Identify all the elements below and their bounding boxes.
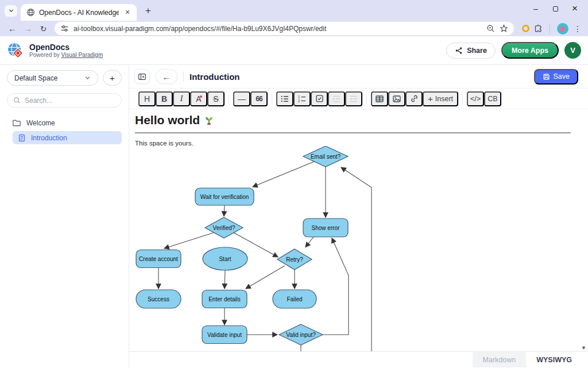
browser-forward-button[interactable]: → <box>20 24 36 33</box>
browser-reload-button[interactable]: ↻ <box>36 24 51 33</box>
task-list-icon <box>315 94 324 103</box>
outdent-icon <box>349 94 358 103</box>
insert-label: Insert <box>435 95 453 103</box>
folder-icon <box>12 118 21 128</box>
flowchart-node-email-sent[interactable]: Email sent? <box>303 146 348 167</box>
app-header: OpenDocs Powered by Visual Paradigm Shar… <box>0 36 588 65</box>
flowchart-node-success[interactable]: Success <box>136 290 181 308</box>
tab-search-button[interactable] <box>5 5 17 17</box>
site-info-icon[interactable] <box>60 24 69 33</box>
sidebar-item-label: Welcome <box>26 119 55 127</box>
sidebar: Default Space + WelcomeIntroduction <box>0 65 129 367</box>
space-selector-dropdown[interactable]: Default Space <box>7 70 98 86</box>
inline-code-glyph: </> <box>470 95 481 103</box>
tab-favicon-globe-icon <box>26 8 35 17</box>
sidebar-search[interactable] <box>7 93 122 108</box>
toolbar-ordered-list-button[interactable]: 12 <box>293 91 311 106</box>
user-avatar[interactable]: V <box>564 42 581 59</box>
flowchart-diagram[interactable]: Email sent?Wait for verificationVerified… <box>132 146 385 351</box>
flowchart-node-verified[interactable]: Verified? <box>205 217 243 238</box>
collapse-sidebar-button[interactable] <box>134 69 150 84</box>
document-heading[interactable]: Hello world <box>135 113 571 133</box>
heading-glyph: H <box>144 94 150 103</box>
toolbar-quote-button[interactable]: 66 <box>250 91 268 106</box>
window-close-button[interactable]: × <box>565 0 585 17</box>
toolbar-task-list-button[interactable] <box>311 91 328 106</box>
opendocs-logo-icon <box>7 42 24 59</box>
browser-back-button[interactable]: ← <box>5 24 20 33</box>
visual-paradigm-link[interactable]: Visual Paradigm <box>61 52 103 58</box>
toolbar-text-color-button[interactable]: A <box>190 91 207 106</box>
new-tab-button[interactable]: + <box>140 3 156 19</box>
browser-menu-icon[interactable]: ⋮ <box>572 24 583 33</box>
toolbar-indent-button[interactable] <box>328 91 345 106</box>
back-button[interactable]: ← <box>156 69 177 84</box>
flowchart-node-create-account[interactable]: Create account <box>136 250 181 268</box>
toolbar-horizontal-rule-button[interactable]: — <box>233 91 250 106</box>
toolbar-code-block-button[interactable]: CB <box>484 91 501 106</box>
extensions-puzzle-icon[interactable] <box>534 24 543 33</box>
toolbar-insert-button[interactable]: +Insert <box>423 91 458 106</box>
page-tree: WelcomeIntroduction <box>7 116 122 144</box>
flowchart-node-start[interactable]: Start <box>203 247 247 270</box>
toolbar-inline-code-button[interactable]: </> <box>467 91 484 106</box>
flowchart-node-show-error[interactable]: Show error <box>303 218 348 237</box>
more-apps-button[interactable]: More Apps <box>501 42 559 59</box>
editor-statusbar: Markdown WYSIWYG <box>129 351 588 367</box>
browser-profile-avatar[interactable] <box>557 23 568 34</box>
editor-scrollbar[interactable]: ▼ <box>579 109 588 351</box>
browser-tab[interactable]: OpenDocs - AI Knowledge Base × <box>21 4 137 21</box>
window-minimize-button[interactable]: – <box>526 0 546 17</box>
toolbar-heading-button[interactable]: H <box>138 91 156 106</box>
toolbar-strikethrough-button[interactable]: S <box>207 91 225 106</box>
url-text[interactable]: ai-toolbox.visual-paradigm.com/app/opend… <box>74 25 482 33</box>
markdown-mode-tab[interactable]: Markdown <box>473 352 527 367</box>
flowchart-node-label: Show error <box>312 225 341 231</box>
toolbar-italic-button[interactable]: I <box>173 91 190 106</box>
flowchart-edge-verified-to-create-account <box>164 232 215 248</box>
powered-by: Powered by Visual Paradigm <box>29 52 103 58</box>
toolbar-link-button[interactable] <box>405 91 423 106</box>
zoom-out-icon[interactable] <box>486 24 495 33</box>
sidebar-item-introduction[interactable]: Introduction <box>13 131 122 144</box>
save-button[interactable]: Save <box>534 69 579 85</box>
avatar-graphic <box>560 26 565 32</box>
toolbar-table-button[interactable] <box>371 91 388 106</box>
search-input[interactable] <box>25 97 115 105</box>
editor-canvas[interactable]: Hello world This space is yours. Email s… <box>129 109 588 351</box>
editor-toolbar: HBIAS—6612+Insert</>CB <box>129 88 588 109</box>
flowchart-edge-email-sent-to-wait-for-verification <box>253 162 314 187</box>
flowchart-node-retry[interactable]: Retry? <box>277 249 312 270</box>
extension-donut-icon[interactable] <box>522 25 529 32</box>
toolbar-image-button[interactable] <box>388 91 405 106</box>
tab-close-icon[interactable]: × <box>123 8 132 17</box>
toolbar-outdent-button[interactable] <box>345 91 362 106</box>
bookmark-star-icon[interactable] <box>500 24 508 33</box>
chevron-down-icon <box>84 75 91 81</box>
insert-glyph: + <box>428 94 433 103</box>
add-space-button[interactable]: + <box>103 70 122 86</box>
maximize-icon <box>553 6 558 12</box>
flowchart-node-label: Valid input? <box>286 332 316 338</box>
divider <box>550 24 550 33</box>
window-maximize-button[interactable] <box>546 0 565 17</box>
share-button[interactable]: Share <box>446 43 496 59</box>
address-bar[interactable]: ai-toolbox.visual-paradigm.com/app/opend… <box>55 22 514 35</box>
sidebar-item-welcome[interactable]: Welcome <box>7 116 122 129</box>
chevron-down-icon <box>8 6 14 16</box>
ordered-list-icon: 12 <box>297 94 307 103</box>
wysiwyg-mode-tab[interactable]: WYSIWYG <box>526 352 582 367</box>
flowchart-node-label: Success <box>148 296 169 302</box>
toolbar-bullet-list-button[interactable] <box>276 91 293 106</box>
toolbar-bold-button[interactable]: B <box>156 91 173 106</box>
indent-icon <box>332 94 341 103</box>
flowchart-node-label: Retry? <box>286 256 303 263</box>
flowchart-node-valid-input[interactable]: Valid input? <box>279 324 323 345</box>
table-icon <box>375 94 384 103</box>
flowchart-node-enter-details[interactable]: Enter details <box>202 290 247 308</box>
flowchart-node-validate-input[interactable]: Validate input <box>202 326 247 344</box>
color-dot <box>200 95 202 98</box>
flowchart-node-wait-for-verification[interactable]: Wait for verification <box>195 188 254 205</box>
flowchart-node-failed[interactable]: Failed <box>273 290 316 308</box>
scroll-down-icon[interactable]: ▼ <box>581 345 586 351</box>
